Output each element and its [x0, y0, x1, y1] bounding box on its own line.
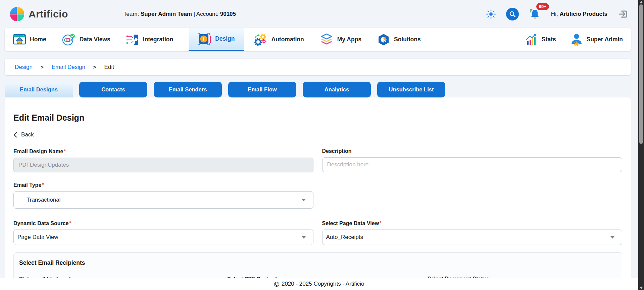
app-header: Artificio Team: Super Admin Team | Accou…	[0, 0, 638, 28]
dynamic-data-source-label: Dynamic Data Source*	[13, 220, 313, 226]
account-value: 90105	[220, 11, 236, 17]
select-page-data-view-label: Select Page Data View*	[322, 220, 623, 226]
tab-email-designs[interactable]: Email Designs	[5, 82, 73, 97]
nav-item-super-admin[interactable]: Super Admin	[570, 33, 623, 46]
page-title: Edit Email Design	[13, 113, 622, 123]
select-page-data-view-value: Auto_Receipts	[326, 234, 363, 241]
home-icon	[13, 34, 26, 46]
sun-icon	[486, 9, 496, 19]
chevron-down-icon	[302, 236, 306, 239]
notification-count-badge: 99+	[536, 3, 549, 10]
tab-unsubscribe-list[interactable]: Unsubscribe List	[377, 82, 445, 97]
tab-email-senders[interactable]: Email Senders	[154, 82, 222, 97]
search-icon	[509, 11, 516, 17]
search-button[interactable]	[506, 8, 519, 20]
team-account-info: Team: Super Admin Team | Account: 90105	[123, 11, 236, 17]
logout-icon	[617, 9, 628, 19]
tab-contacts[interactable]: Contacts	[79, 82, 147, 97]
user-greeting: Hi, Artificio Products	[551, 11, 607, 17]
team-name: Super Admin Team	[141, 11, 192, 17]
nav-item-stats[interactable]: Stats	[525, 34, 556, 46]
super-admin-icon	[570, 33, 583, 46]
footer: © 2020 - 2025 Copyrights - Artificio	[0, 278, 638, 290]
breadcrumb-separator-icon: >	[93, 64, 96, 70]
dynamic-data-source-value: Page Data View	[17, 234, 58, 241]
nav-item-solutions[interactable]: Solutions	[377, 28, 421, 51]
nav-item-data-views[interactable]: Data Views	[62, 28, 110, 51]
nav-label: Stats	[542, 36, 556, 43]
select-page-data-view-select[interactable]: Auto_Receipts	[322, 230, 623, 245]
account-label: Account:	[196, 11, 218, 17]
email-type-value: Transactional	[27, 197, 60, 203]
main-navbar: Home Data Views Integration	[5, 28, 631, 51]
tab-analytics[interactable]: Analytics	[303, 82, 371, 97]
theme-toggle-button[interactable]	[486, 9, 496, 19]
nav-item-integration[interactable]: Integration	[126, 28, 173, 51]
nav-item-home[interactable]: Home	[13, 28, 46, 51]
nav-label: Integration	[143, 36, 173, 43]
chevron-down-icon	[302, 199, 306, 201]
recipients-section-title: Select Email Recipients	[19, 259, 616, 266]
team-label: Team:	[123, 11, 139, 17]
integration-icon	[126, 33, 139, 46]
dynamic-data-source-select[interactable]: Page Data View	[13, 230, 313, 245]
scrollbar-up-arrow-icon[interactable]	[640, 1, 643, 3]
back-button[interactable]: Back	[13, 131, 44, 138]
breadcrumb: Design > Email Design > Edit	[5, 59, 631, 75]
back-label: Back	[21, 131, 34, 138]
description-input[interactable]	[322, 157, 623, 172]
description-label: Description	[322, 148, 623, 154]
greeting-prefix: Hi,	[551, 11, 558, 17]
email-type-label: Email Type*	[13, 182, 313, 188]
chevron-down-icon	[610, 236, 614, 239]
logout-button[interactable]	[617, 9, 628, 19]
scrollbar-thumb[interactable]	[639, 4, 643, 144]
nav-label: My Apps	[337, 36, 361, 43]
artificio-logo-icon	[10, 7, 24, 21]
edit-email-design-panel: Edit Email Design Back Email Design Name…	[5, 97, 631, 290]
data-views-icon	[62, 33, 76, 46]
nav-label: Home	[30, 36, 46, 43]
stats-icon	[525, 34, 538, 46]
design-icon	[197, 33, 211, 45]
user-name: Artificio Products	[559, 11, 607, 17]
vertical-scrollbar[interactable]	[638, 0, 644, 290]
app-logo[interactable]: Artificio	[10, 7, 68, 21]
footer-text: 2020 - 2025 Copyrights - Artificio	[282, 281, 364, 287]
nav-item-design[interactable]: Design	[189, 28, 243, 51]
nav-label: Automation	[271, 36, 304, 43]
automation-icon	[254, 33, 268, 46]
breadcrumb-link-email-design[interactable]: Email Design	[52, 64, 85, 71]
scrollbar-down-arrow-icon[interactable]	[640, 287, 643, 289]
tab-email-flow[interactable]: Email Flow	[228, 82, 296, 97]
nav-label: Solutions	[394, 36, 421, 43]
nav-label: Design	[215, 35, 235, 42]
nav-label: Super Admin	[587, 36, 623, 43]
breadcrumb-link-design[interactable]: Design	[15, 64, 33, 71]
my-apps-icon	[319, 33, 334, 46]
logo-text: Artificio	[29, 8, 68, 20]
nav-item-my-apps[interactable]: My Apps	[319, 28, 361, 51]
email-design-name-label: Email Design Name*	[13, 148, 313, 155]
email-type-select[interactable]: Transactional	[13, 191, 313, 209]
solutions-icon	[377, 33, 390, 46]
back-chevron-icon	[13, 132, 17, 138]
breadcrumb-separator-icon: >	[41, 64, 44, 70]
email-design-tabs: Email Designs Contacts Email Senders Ema…	[5, 82, 445, 97]
breadcrumb-current-edit: Edit	[104, 64, 114, 71]
copyright-icon: ©	[274, 281, 279, 288]
nav-item-automation[interactable]: Automation	[254, 28, 304, 51]
nav-label: Data Views	[80, 36, 110, 43]
email-design-name-input[interactable]	[13, 158, 313, 172]
team-account-divider: |	[194, 11, 195, 17]
notifications-button[interactable]: 99+	[529, 8, 541, 20]
